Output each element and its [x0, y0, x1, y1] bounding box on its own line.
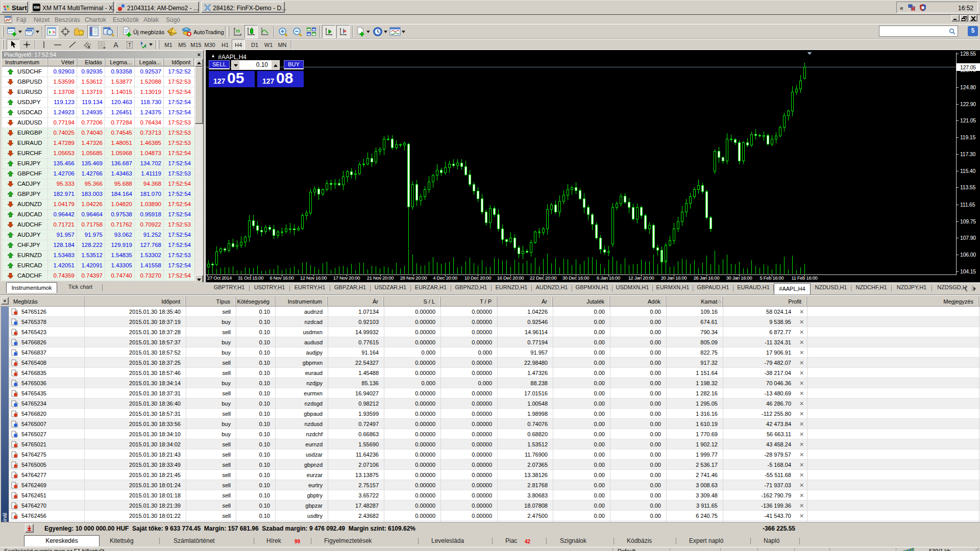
svg-text:127.05: 127.05 [960, 64, 976, 70]
svg-text:28 Nov 20:00: 28 Nov 20:00 [400, 275, 427, 281]
svg-text:#AAPL,H4: #AAPL,H4 [218, 54, 247, 61]
svg-text:106.00: 106.00 [960, 252, 976, 258]
svg-text:109.75: 109.75 [960, 218, 976, 224]
svg-text:124.80: 124.80 [960, 84, 976, 90]
svg-text:20 Jan 16:00: 20 Jan 16:00 [661, 275, 687, 281]
svg-text:12 Nov 16:00: 12 Nov 16:00 [300, 275, 327, 281]
svg-text:26 Jan 16:00: 26 Jan 16:00 [694, 275, 720, 281]
svg-text:17 Nov 20:00: 17 Nov 20:00 [333, 275, 360, 281]
svg-text:122.90: 122.90 [960, 101, 976, 107]
svg-text:27 Oct 2014: 27 Oct 2014 [207, 275, 232, 281]
svg-text:107.90: 107.90 [960, 235, 976, 241]
svg-text:111.65: 111.65 [960, 202, 975, 208]
svg-text:104.15: 104.15 [960, 268, 976, 274]
svg-text:4 Dec 20:00: 4 Dec 20:00 [433, 275, 457, 281]
svg-text:21 Nov 20:00: 21 Nov 20:00 [367, 275, 394, 281]
svg-text:6 Nov 16:00: 6 Nov 16:00 [270, 275, 293, 281]
svg-text:E: E [88, 46, 90, 49]
svg-text:10 Dec 20:00: 10 Dec 20:00 [464, 275, 491, 281]
svg-text:12 Jan 20:00: 12 Jan 20:00 [628, 275, 654, 281]
svg-text:30 Dec 16:00: 30 Dec 16:00 [562, 275, 589, 281]
svg-text:30 Jan 16:00: 30 Jan 16:00 [726, 275, 752, 281]
svg-text:121.05: 121.05 [960, 117, 976, 123]
svg-text:113.55: 113.55 [960, 184, 975, 190]
svg-text:11 Feb 16:00: 11 Feb 16:00 [791, 275, 817, 281]
svg-text:117.30: 117.30 [960, 151, 975, 157]
svg-text:31 Oct 15:00: 31 Oct 15:00 [238, 275, 263, 281]
svg-text:16 Dec 20:00: 16 Dec 20:00 [497, 275, 524, 281]
svg-text:6 Jan 16:00: 6 Jan 16:00 [597, 275, 620, 281]
svg-text:115.40: 115.40 [960, 168, 975, 174]
svg-text:128.55: 128.55 [960, 51, 976, 57]
svg-text:F: F [104, 46, 106, 49]
svg-text:22 Dec 20:00: 22 Dec 20:00 [530, 275, 556, 281]
svg-text:119.15: 119.15 [960, 134, 975, 140]
svg-text:5 Feb 16:00: 5 Feb 16:00 [760, 275, 784, 281]
